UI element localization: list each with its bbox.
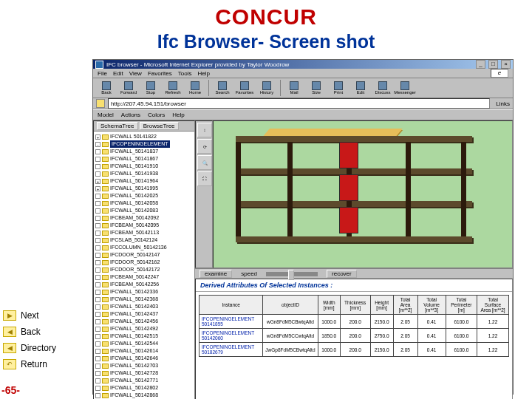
expand-icon[interactable]: [95, 349, 100, 354]
expand-icon[interactable]: [95, 253, 100, 258]
history-btn[interactable]: History: [256, 78, 277, 98]
tree-item[interactable]: IFCWALL_50142646: [95, 355, 193, 362]
expand-icon[interactable]: [95, 231, 100, 236]
expand-icon[interactable]: [95, 364, 100, 369]
nav-directory[interactable]: ◀ Directory: [3, 340, 56, 356]
tree-item[interactable]: IFCSLAB_50142124: [95, 236, 193, 244]
tree-item[interactable]: IFCWALL_50142771: [95, 377, 193, 384]
expand-icon[interactable]: [95, 238, 100, 243]
menu-help[interactable]: Help: [197, 70, 209, 77]
expand-icon[interactable]: [95, 171, 100, 177]
expand-icon[interactable]: [95, 290, 100, 295]
expand-icon[interactable]: [95, 267, 100, 273]
tree-item[interactable]: +IFCWALL 50141822: [95, 133, 193, 140]
search-btn[interactable]: Search: [212, 78, 233, 98]
tree-item[interactable]: IFCBEAM_50142092: [95, 214, 193, 222]
tree-item[interactable]: IFCWALL_50142728: [95, 369, 193, 377]
tree-item[interactable]: IFCWALL_50142025: [95, 192, 193, 200]
messenger-btn[interactable]: Messenger: [395, 78, 415, 98]
tool-rotate-icon[interactable]: ⟳: [197, 139, 212, 154]
tree-body[interactable]: +IFCWALL 50141822-IFCOPENINGELEMENTIFCWA…: [94, 132, 194, 399]
tree-item[interactable]: IFCWALL_50142058: [95, 200, 193, 207]
expand-icon[interactable]: [95, 223, 100, 228]
links-label[interactable]: Links: [496, 100, 510, 107]
home-btn[interactable]: Home: [185, 78, 205, 98]
back-btn[interactable]: Back: [96, 78, 117, 98]
expand-icon[interactable]: [95, 275, 100, 280]
expand-icon[interactable]: [95, 312, 100, 317]
tree-item[interactable]: IFCWALL_50142515: [95, 332, 193, 340]
tree-item[interactable]: IFCWALL_50141938: [95, 170, 193, 177]
tree-item[interactable]: IFCWALL_50141837: [95, 148, 193, 155]
tree-item[interactable]: IFCWALL_50141910: [95, 163, 193, 170]
tool-zoom-icon[interactable]: 🔍: [197, 155, 212, 170]
viewport-3d[interactable]: [213, 120, 513, 268]
expand-icon[interactable]: [95, 327, 100, 332]
table-row[interactable]: IFCOPENINGELEMENT 50182679JwGp8FdM5CBwtq…: [200, 343, 509, 357]
tree-item[interactable]: IFCCOLUMN_50142136: [95, 244, 193, 251]
close-button[interactable]: ×: [501, 60, 511, 69]
nav-back[interactable]: ◀ Back: [3, 324, 56, 340]
expand-icon[interactable]: +: [95, 179, 100, 184]
tree-item[interactable]: IFCWALL_50142544: [95, 340, 193, 347]
examine-button[interactable]: examine: [200, 270, 232, 278]
app-menu-colors[interactable]: Colors: [148, 112, 165, 118]
table-row[interactable]: IFCOPENINGELEMENT 50141855wGn8FdM5CBwtqA…: [200, 315, 509, 329]
menu-edit[interactable]: Edit: [113, 70, 123, 77]
tree-item[interactable]: IFCWALL_50142083: [95, 207, 193, 214]
expand-icon[interactable]: [95, 334, 100, 339]
address-input[interactable]: [108, 98, 490, 109]
tree-item[interactable]: IFCWALL_50142868: [95, 392, 193, 399]
expand-icon[interactable]: [95, 216, 100, 221]
tree-item[interactable]: IFCWALL_50142437: [95, 310, 193, 318]
expand-icon[interactable]: [95, 282, 100, 287]
expand-icon[interactable]: [95, 371, 100, 376]
tool-fit-icon[interactable]: ⛶: [197, 171, 212, 186]
menu-favorites[interactable]: Favorites: [148, 70, 172, 77]
expand-icon[interactable]: [95, 157, 100, 162]
tree-item[interactable]: IFCWALL_50142368: [95, 296, 193, 303]
expand-icon[interactable]: [95, 386, 100, 391]
expand-icon[interactable]: [95, 164, 100, 169]
expand-icon[interactable]: -: [95, 142, 100, 147]
app-menu-help[interactable]: Help: [172, 112, 184, 118]
expand-icon[interactable]: +: [95, 186, 100, 191]
tree-item[interactable]: IFCDOOR_50142147: [95, 251, 193, 259]
tool-pan-icon[interactable]: ↕: [197, 123, 212, 137]
tree-item[interactable]: IFCWALL_50142336: [95, 288, 193, 296]
tree-item[interactable]: IFCWALL_50142456: [95, 318, 193, 325]
tab-browsetree[interactable]: BrowseTree: [140, 122, 179, 130]
forward-btn[interactable]: Forward: [118, 78, 139, 98]
tree-item[interactable]: IFCBEAM_50142095: [95, 222, 193, 229]
tree-item[interactable]: IFCBEAM_50142247: [95, 273, 193, 281]
expand-icon[interactable]: [95, 304, 100, 310]
expand-icon[interactable]: [95, 201, 100, 206]
expand-icon[interactable]: [95, 260, 100, 265]
tree-item[interactable]: -IFCOPENINGELEMENT: [95, 140, 193, 148]
table-row[interactable]: IFCOPENINGELEMENT 50142060wGn8FdM5CCwtqA…: [200, 329, 509, 343]
mail-btn[interactable]: Mail: [284, 78, 304, 98]
expand-icon[interactable]: [95, 356, 100, 361]
expand-icon[interactable]: [95, 149, 100, 154]
app-menu-actions[interactable]: Actions: [121, 112, 140, 118]
tree-item[interactable]: IFCDOOR_50142162: [95, 259, 193, 266]
tab-schematree[interactable]: SchemaTree: [97, 122, 138, 130]
tree-item[interactable]: IFCWALL_50142492: [95, 325, 193, 332]
tree-item[interactable]: IFCBEAM_50142113: [95, 229, 193, 236]
menu-view[interactable]: View: [129, 70, 142, 77]
tree-item[interactable]: IFCDOOR_50142172: [95, 266, 193, 273]
expand-icon[interactable]: [95, 208, 100, 214]
expand-icon[interactable]: [95, 378, 100, 383]
discuss-btn[interactable]: Discuss: [372, 78, 393, 98]
expand-icon[interactable]: [95, 341, 100, 347]
tree-item[interactable]: IFCBEAM_50142256: [95, 281, 193, 288]
tree-item[interactable]: IFCWALL_50142403: [95, 303, 193, 310]
expand-icon[interactable]: [95, 194, 100, 199]
refresh-btn[interactable]: Refresh: [163, 78, 183, 98]
maximize-button[interactable]: □: [488, 60, 498, 69]
menu-file[interactable]: File: [98, 70, 107, 77]
print-btn[interactable]: Print: [328, 78, 349, 98]
expand-icon[interactable]: [95, 245, 100, 250]
expand-icon[interactable]: [95, 297, 100, 302]
tree-item[interactable]: IFCWALL_50141867: [95, 155, 193, 163]
